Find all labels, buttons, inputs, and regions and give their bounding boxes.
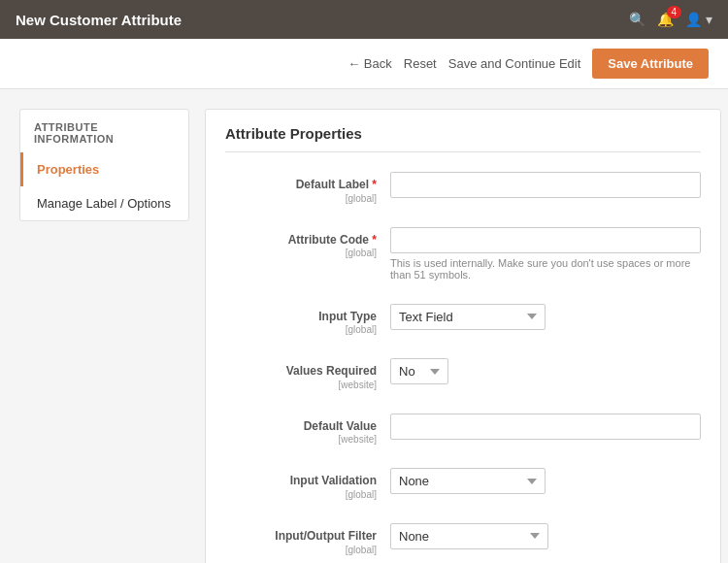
save-continue-link[interactable]: Save and Continue Edit [448,56,581,71]
top-header: New Customer Attribute 🔍 🔔 4 👤 ▾ [0,0,728,39]
io-filter-select[interactable]: None Strip HTML Tags Escape HTML Entitie… [390,523,548,549]
required-star: * [372,178,377,191]
sidebar: ATTRIBUTE INFORMATION Properties Manage … [19,109,189,221]
sidebar-section-title: ATTRIBUTE INFORMATION [20,110,188,152]
form-section-title: Attribute Properties [225,125,701,152]
save-attribute-button[interactable]: Save Attribute [592,49,709,79]
input-validation-label: Input Validation [290,474,377,487]
form-row-values-required: Values Required [website] No Yes [225,358,701,400]
user-icon[interactable]: 👤 ▾ [685,12,712,27]
input-validation-select[interactable]: None Alphanumeric Numeric Only URL Email [390,468,546,494]
form-area: Attribute Properties Default Label * [gl… [205,109,721,563]
header-actions: 🔍 🔔 4 👤 ▾ [629,12,712,27]
reset-link[interactable]: Reset [404,56,437,71]
attribute-code-hint: This is used internally. Make sure you d… [390,257,701,281]
sidebar-item-properties[interactable]: Properties [20,152,188,186]
attribute-code-input[interactable] [390,227,701,253]
form-row-input-type: Input Type [global] Text Field Text Area… [225,304,701,346]
form-row-default-value: Default Value [website] [225,414,701,455]
sidebar-item-manage-label[interactable]: Manage Label / Options [20,186,188,220]
search-icon[interactable]: 🔍 [629,12,645,27]
back-link[interactable]: ← Back [347,56,392,71]
values-required-select[interactable]: No Yes [390,358,448,384]
default-label-label: Default Label * [296,178,377,191]
input-type-select[interactable]: Text Field Text Area Date Yes/No Multipl… [390,304,546,330]
values-required-label: Values Required [286,364,377,378]
attribute-code-label: Attribute Code * [288,233,377,247]
default-value-input[interactable] [390,414,701,440]
form-row-default-label: Default Label * [global] [225,172,701,214]
notif-count: 4 [667,6,682,18]
form-row-attribute-code: Attribute Code * [global] This is used i… [225,227,701,290]
input-type-label: Input Type [318,310,377,323]
notification-icon[interactable]: 🔔 4 [657,12,674,27]
form-row-io-filter: Input/Output Filter [global] None Strip … [225,523,701,563]
default-value-label: Default Value [304,419,377,433]
form-row-input-validation: Input Validation [global] None Alphanume… [225,468,701,510]
page-title: New Customer Attribute [16,12,182,28]
io-filter-label: Input/Output Filter [275,529,377,543]
default-label-input[interactable] [390,172,701,198]
action-bar: ← Back Reset Save and Continue Edit Save… [0,39,728,89]
main-content: ATTRIBUTE INFORMATION Properties Manage … [0,89,728,563]
